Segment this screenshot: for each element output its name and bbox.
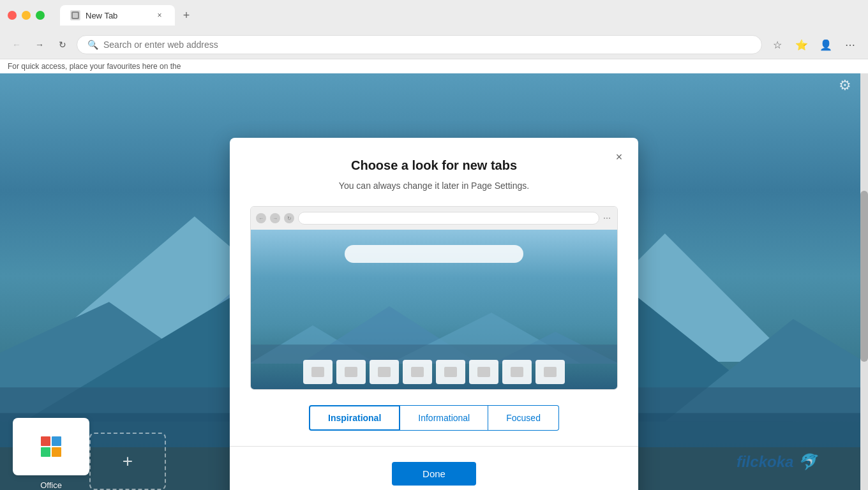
window-controls bbox=[8, 11, 45, 20]
close-icon: × bbox=[616, 151, 623, 164]
preview-back-btn: ← bbox=[256, 213, 266, 223]
preview-shortcut-3 bbox=[370, 360, 399, 384]
preview-shortcut-7 bbox=[502, 360, 532, 384]
browser-content: ⚙ Office + filckoka 🐬 bbox=[0, 63, 868, 490]
address-bar[interactable]: 🔍 bbox=[77, 35, 762, 54]
favorites-button[interactable]: ☆ bbox=[767, 34, 788, 55]
back-icon: ← bbox=[12, 40, 21, 50]
maximize-window-button[interactable] bbox=[36, 11, 45, 20]
gear-icon: ⚙ bbox=[839, 77, 851, 94]
preview-chrome: ← → ↻ ⋯ bbox=[251, 207, 617, 230]
preview-shortcut-6 bbox=[469, 360, 498, 384]
modal-title: Choose a look for new tabs bbox=[250, 158, 618, 173]
close-window-button[interactable] bbox=[8, 11, 17, 20]
modal-overlay: × Choose a look for new tabs You can alw… bbox=[0, 125, 868, 490]
profile-button[interactable]: 👤 bbox=[816, 34, 836, 55]
preview-search-bar bbox=[345, 245, 523, 263]
preview-forward-btn: → bbox=[270, 213, 280, 223]
nav-bar: ← → ↻ 🔍 ☆ ⭐ 👤 ⋯ bbox=[0, 31, 868, 59]
inspirational-tab[interactable]: Inspirational bbox=[309, 405, 400, 431]
reading-list-button[interactable]: ⭐ bbox=[791, 34, 812, 55]
informational-tab[interactable]: Informational bbox=[400, 405, 488, 431]
active-tab[interactable]: New Tab × bbox=[60, 5, 175, 26]
tab-close-button[interactable]: × bbox=[154, 10, 165, 20]
tab-bar: New Tab × + bbox=[52, 5, 203, 26]
preview-browser-mockup: ← → ↻ ⋯ bbox=[250, 206, 618, 390]
preview-shortcuts bbox=[251, 360, 617, 389]
more-icon: ⋯ bbox=[845, 39, 855, 51]
done-button[interactable]: Done bbox=[392, 462, 476, 486]
favorites-bar: For quick access, place your favourites … bbox=[0, 59, 868, 73]
refresh-button[interactable]: ↻ bbox=[54, 36, 71, 54]
preview-shortcut-8 bbox=[535, 360, 565, 384]
search-input[interactable] bbox=[103, 40, 751, 50]
modal-close-button[interactable]: × bbox=[610, 148, 628, 166]
modal-subtitle: You can always change it later in Page S… bbox=[250, 181, 618, 191]
preview-shortcut-2 bbox=[336, 360, 366, 384]
star-icon: ☆ bbox=[773, 39, 782, 51]
browser-chrome: New Tab × + ← → ↻ 🔍 ☆ ⭐ 👤 bbox=[0, 0, 868, 73]
title-bar: New Tab × + bbox=[0, 0, 868, 31]
look-tab-selector: Inspirational Informational Focused bbox=[250, 405, 618, 431]
tab-favicon bbox=[70, 10, 80, 20]
minimize-window-button[interactable] bbox=[22, 11, 31, 20]
preview-refresh-btn: ↻ bbox=[284, 213, 294, 223]
preview-content bbox=[251, 230, 617, 389]
preview-address-bar bbox=[298, 212, 599, 225]
refresh-icon: ↻ bbox=[59, 40, 66, 50]
preview-shortcut-5 bbox=[436, 360, 465, 384]
tab-title: New Tab bbox=[86, 11, 117, 20]
preview-more-icon: ⋯ bbox=[603, 214, 612, 223]
reading-list-icon: ⭐ bbox=[795, 39, 808, 51]
nav-actions: ☆ ⭐ 👤 ⋯ bbox=[767, 34, 860, 55]
search-icon: 🔍 bbox=[87, 40, 98, 50]
done-btn-wrapper: Done bbox=[250, 462, 618, 486]
forward-button[interactable]: → bbox=[31, 36, 49, 54]
preview-shortcut-4 bbox=[403, 360, 432, 384]
new-tab-look-modal: × Choose a look for new tabs You can alw… bbox=[230, 138, 638, 490]
back-button[interactable]: ← bbox=[8, 36, 26, 54]
new-tab-button[interactable]: + bbox=[177, 6, 195, 24]
svg-rect-1 bbox=[73, 13, 78, 18]
settings-button[interactable]: ⚙ bbox=[835, 75, 855, 96]
profile-icon: 👤 bbox=[819, 39, 832, 51]
focused-tab[interactable]: Focused bbox=[488, 405, 559, 431]
favorites-hint-text: For quick access, place your favourites … bbox=[8, 62, 181, 71]
preview-shortcut-1 bbox=[303, 360, 333, 384]
forward-icon: → bbox=[35, 40, 44, 50]
modal-divider bbox=[230, 446, 638, 447]
more-button[interactable]: ⋯ bbox=[840, 34, 860, 55]
preview-mountains-svg bbox=[251, 293, 617, 364]
